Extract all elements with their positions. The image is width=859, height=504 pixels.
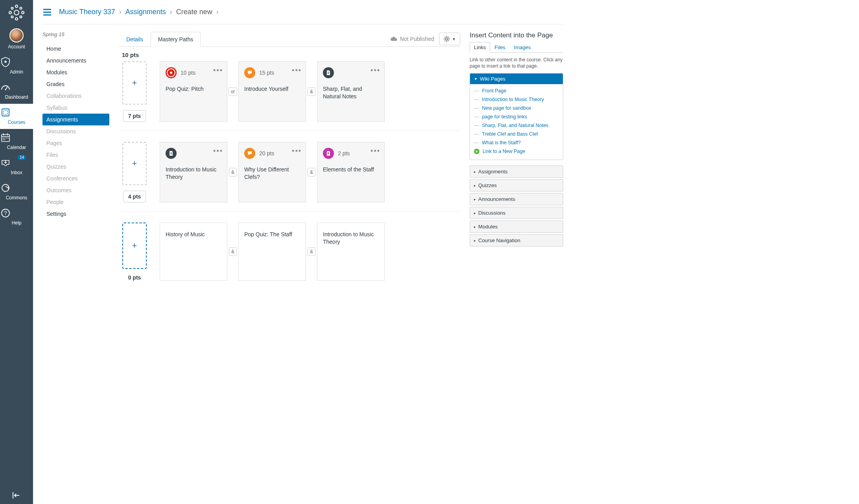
add-range-button[interactable]: + [122, 142, 147, 185]
sidebar-accordion[interactable]: ▸Announcements [470, 193, 563, 205]
card-points: 20 pts [259, 150, 274, 156]
path-card[interactable]: •••Introduction to Music Theory [160, 142, 227, 202]
card-menu-icon[interactable]: ••• [371, 66, 380, 75]
points-label: 10 pts [122, 52, 460, 58]
course-nav-item[interactable]: Quizzes [42, 161, 109, 173]
canvas-logo[interactable] [8, 4, 25, 21]
page-icon [323, 67, 334, 78]
settings-button[interactable]: ▼ [439, 33, 460, 45]
course-nav-item[interactable]: Modules [42, 66, 109, 78]
nav-label: Courses [8, 120, 26, 125]
wiki-page-link[interactable]: —What is the Staff? [474, 138, 559, 147]
dash-icon: — [474, 105, 479, 111]
wiki-page-link[interactable]: —page for testing links [474, 112, 559, 121]
wiki-page-link[interactable]: —Introduction to Music Theory [474, 95, 559, 104]
dash-icon: — [474, 114, 479, 120]
help-icon: ? [0, 208, 33, 219]
hamburger-icon[interactable] [42, 8, 52, 16]
card-menu-icon[interactable]: ••• [213, 147, 223, 155]
sidebar-accordion[interactable]: ▸Assignments [470, 166, 563, 178]
course-nav-item[interactable]: Outcomes [42, 184, 109, 196]
nav-inbox[interactable]: 14 Inbox [0, 154, 33, 179]
publish-status-text: Not Published [400, 36, 434, 42]
mastery-path-row: +4 pts•••Introduction to Music Theory&••… [119, 142, 460, 212]
wiki-page-link[interactable]: —New page for sandbox [474, 104, 559, 112]
connector-chip[interactable]: & [229, 168, 237, 177]
course-nav-item[interactable]: People [42, 196, 109, 208]
path-card[interactable]: History of Music [160, 223, 227, 281]
connector-chip[interactable]: & [308, 247, 315, 256]
course-nav-item[interactable]: Conferences [42, 173, 109, 184]
wiki-page-link[interactable]: —Front Page [474, 86, 559, 95]
nav-label: Account [8, 44, 25, 50]
range-points[interactable]: 4 pts [123, 191, 146, 202]
course-nav-item[interactable]: Syllabus [42, 102, 109, 114]
sidebar-tab-links[interactable]: Links [470, 42, 490, 53]
caret-right-icon: ▸ [474, 197, 476, 201]
path-card[interactable]: •••15 ptsIntroduce Yourself [238, 61, 306, 122]
path-card[interactable]: •••10 ptsPop Quiz: Pitch [160, 61, 227, 122]
path-card[interactable]: •••2 ptsElements of the Staff [317, 142, 385, 202]
nav-dashboard[interactable]: Dashboard [0, 79, 33, 104]
course-nav-item[interactable]: Assignments [42, 114, 109, 125]
svg-point-3 [9, 11, 11, 14]
new-page-link[interactable]: +Link to a New Page [474, 147, 559, 156]
path-card[interactable]: Introduction to Music Theory [317, 223, 385, 281]
tab-mastery-paths[interactable]: Mastery Paths [151, 32, 201, 47]
card-menu-icon[interactable]: ••• [292, 147, 302, 155]
connector-chip[interactable]: & [308, 87, 315, 96]
course-nav-item[interactable]: Pages [42, 137, 109, 149]
connector-chip[interactable]: or [229, 87, 238, 96]
sidebar-tab-images[interactable]: Images [510, 42, 535, 53]
course-nav-item[interactable]: Settings [42, 208, 109, 220]
range-points[interactable]: 7 pts [123, 110, 146, 122]
nav-label: Inbox [11, 170, 22, 175]
publish-status: Not Published [390, 36, 434, 42]
add-range-button[interactable]: + [122, 61, 147, 105]
connector-chip[interactable]: & [229, 247, 237, 256]
course-nav-item[interactable]: Grades [42, 78, 109, 90]
add-range-button[interactable]: + [122, 223, 147, 269]
dash-icon: — [474, 140, 479, 145]
svg-point-5 [11, 7, 13, 9]
nav-commons[interactable]: Commons [0, 179, 33, 204]
connector-chip[interactable]: & [308, 168, 315, 177]
crumb-course[interactable]: Music Theory 337 [59, 8, 115, 16]
crumb-section[interactable]: Assignments [125, 8, 166, 16]
path-card[interactable]: Pop Quiz: The Staff [238, 223, 306, 281]
sidebar-accordion[interactable]: ▸Discussions [470, 207, 563, 219]
sidebar-accordion[interactable]: ▸Modules [470, 221, 563, 233]
wiki-pages-header[interactable]: ▼ Wiki Pages [470, 74, 563, 84]
course-nav-item[interactable]: Discussions [42, 125, 109, 137]
course-nav-item[interactable]: Collaborations [42, 90, 109, 102]
path-card[interactable]: •••Sharp, Flat, and Natural Notes [317, 61, 385, 122]
course-nav-item[interactable]: Announcements [42, 55, 109, 66]
nav-label: Calendar [7, 145, 26, 150]
nav-courses[interactable]: Courses [0, 104, 33, 129]
svg-point-30 [446, 38, 448, 40]
page-icon [323, 148, 334, 159]
card-menu-icon[interactable]: ••• [371, 147, 380, 155]
path-card[interactable]: •••20 ptsWhy Use Different Clefs? [238, 142, 306, 202]
course-nav-item[interactable]: Files [42, 149, 109, 161]
sidebar-tab-files[interactable]: Files [490, 42, 509, 53]
svg-text:?: ? [4, 210, 7, 216]
card-title: Introduce Yourself [244, 85, 300, 93]
sidebar-accordion[interactable]: ▸Quizzes [470, 179, 563, 191]
card-title: Introduction to Music Theory [323, 231, 379, 246]
nav-help[interactable]: ? Help [0, 204, 33, 230]
tab-details[interactable]: Details [119, 32, 151, 47]
svg-rect-18 [4, 138, 5, 138]
wiki-page-link[interactable]: —Treble Clef and Bass Clef [474, 130, 559, 138]
wiki-page-link[interactable]: —Sharp, Flat, and Natural Notes [474, 121, 559, 130]
nav-admin[interactable]: Admin [0, 53, 33, 79]
nav-account[interactable]: Account [0, 25, 33, 53]
card-menu-icon[interactable]: ••• [213, 66, 223, 75]
svg-point-39 [170, 72, 172, 74]
sidebar-accordion[interactable]: ▸Course Navigation [470, 234, 563, 246]
nav-calendar[interactable]: Calendar [0, 129, 33, 154]
card-menu-icon[interactable]: ••• [292, 66, 302, 75]
sidebar-tabs: Links Files Images [470, 42, 563, 53]
page-icon [166, 148, 177, 159]
course-nav-item[interactable]: Home [42, 43, 109, 55]
